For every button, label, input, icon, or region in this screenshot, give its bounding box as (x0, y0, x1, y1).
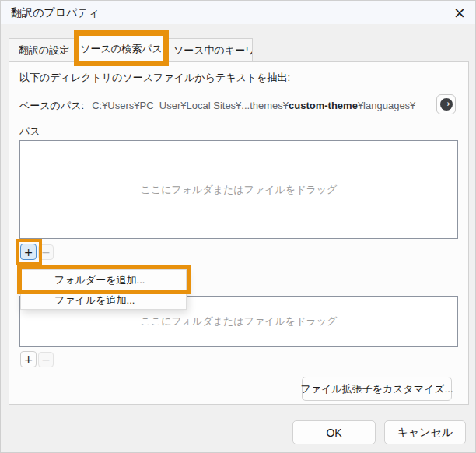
extract-description: 以下のディレクトリのソースファイルからテキストを抽出: (19, 71, 290, 85)
goto-arrow-icon: → (440, 98, 453, 111)
base-path-row: ベースのパス:C:¥Users¥PC_User¥Local Sites¥...t… (19, 99, 415, 113)
paths-label: パス (19, 125, 40, 139)
tab-source-keywords[interactable]: ソース中のキーワード (167, 38, 253, 62)
base-path-highlight: custom-theme (289, 100, 358, 111)
dialog-title: 翻訳のプロパティ (11, 6, 100, 20)
ok-button[interactable]: OK (292, 420, 376, 444)
open-base-path-button[interactable]: → (436, 94, 456, 114)
tab-source-search-paths[interactable]: ソースの検索パス (75, 35, 167, 62)
menu-item-add-folder[interactable]: フォルダーを追加... (21, 270, 186, 290)
paths-drop-list[interactable]: ここにフォルダまたはファイルをドラッグ (19, 140, 458, 239)
base-path-suffix: ¥languages¥ (358, 100, 415, 111)
tab-translation-settings[interactable]: 翻訳の設定 (9, 38, 76, 62)
translation-properties-dialog: 翻訳のプロパティ × 翻訳の設定 ソースの検索パス ソース中のキーワード 以下の… (0, 0, 476, 453)
drop-hint-text-secondary: ここにフォルダまたはファイルをドラッグ (141, 314, 338, 328)
cancel-button[interactable]: キャンセル (384, 420, 466, 444)
close-icon[interactable]: × (449, 2, 471, 23)
drop-hint-text: ここにフォルダまたはファイルをドラッグ (141, 183, 338, 197)
base-path-prefix: C:¥Users¥PC_User¥Local Sites¥...themes¥ (92, 100, 289, 111)
titlebar: 翻訳のプロパティ × (1, 1, 476, 24)
menu-item-add-file[interactable]: ファイルを追加... (21, 290, 186, 311)
add-path-button[interactable]: + (20, 244, 37, 260)
base-path-label: ベースのパス: (19, 100, 84, 111)
remove-path-button[interactable]: − (38, 244, 54, 260)
add-excluded-path-button[interactable]: + (20, 351, 37, 367)
add-dropdown-menu: フォルダーを追加... ファイルを追加... (20, 269, 187, 310)
customize-extensions-button[interactable]: ファイル拡張子をカスタマイズ... (302, 377, 452, 401)
remove-excluded-path-button[interactable]: − (38, 352, 54, 367)
